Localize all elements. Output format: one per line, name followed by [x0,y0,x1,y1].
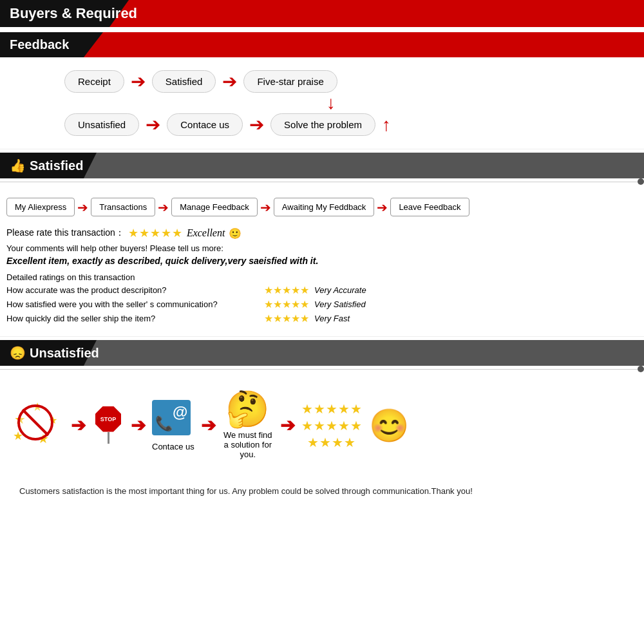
ratings-row-2: How satisfied were you with the seller' … [6,298,638,310]
stop-octagon: STOP [95,406,121,432]
unsatisfied-divider [0,366,644,372]
stars-row-2: ★★★★★ [301,418,363,433]
stars-row-1: ★★★★★ [301,401,363,417]
ratings-q1: How accurate was the product descripiton… [6,285,264,295]
nav-manage-feedback[interactable]: Manage Feedback [171,198,258,216]
flow-box-unsatisfied: Unsatisfied [64,113,139,136]
happy-smiley-icon: 😊 [369,407,409,444]
ratings-stars-3: ★★★★★ [264,312,309,325]
unsatisfied-arrow-1: ➔ [71,415,86,436]
rating-row: Please rate this transaction： ★★★★★ Exce… [6,226,638,240]
nav-arrow-2: ➔ [158,200,169,215]
question-person-icon: 🤔 [225,392,270,427]
phone-email-box: 📞 @ [152,400,191,435]
icons-flow: ★ ★ ★ ★ ★ ➔ STOP ➔ [13,385,631,466]
ratings-q2: How satisfied were you with the seller' … [6,299,264,309]
comment-text: Excellent item, exactly as described, qu… [6,256,638,266]
phone-icon-symbol: 📞 [155,415,173,432]
flow-box-receipt: Receipt [64,70,124,93]
sad-face-icon: 😞 [10,345,26,361]
arrow-right-4: ➔ [249,114,264,135]
flow-section: Receipt ➔ Satisfied ➔ Five-star praise ↓… [0,57,644,149]
main-header: Buyers & Required [0,0,644,27]
feedback-title: Feedback [10,37,69,52]
ratings-val-2: Very Satisfied [314,299,366,309]
arrow-right-3: ➔ [146,114,160,135]
unsatisfied-header: 😞 Unsatisfied [0,340,644,366]
thumbs-up-icon: 👍 [10,158,26,173]
solution-label: We must find a solution for you. [222,430,274,459]
ratings-table: Detailed ratings on this transaction How… [6,272,638,325]
excellent-text: Excellent [187,227,225,239]
unsatisfied-arrow-2: ➔ [131,415,146,436]
ratings-row-1: How accurate was the product descripiton… [6,284,638,296]
flow-box-solve: Solve the problem [270,113,375,136]
feedback-header: Feedback [0,32,644,57]
rating-stars: ★★★★★ [128,226,183,240]
ratings-stars-2: ★★★★★ [264,298,309,310]
nav-leave-feedback[interactable]: Leave Feedback [390,198,469,216]
nav-my-aliexpress[interactable]: My Aliexpress [6,198,75,216]
stop-sign-block: STOP [92,406,124,445]
at-symbol: @ [173,403,187,421]
no-star-icon: ★ ★ ★ ★ ★ [13,400,64,451]
arrow-up-1: ↑ [382,115,391,135]
unsatisfied-header-gray-bg [84,340,644,366]
nav-awaiting-feedback[interactable]: Awaiting My Feddback [274,198,375,216]
arrow-right-2: ➔ [222,71,237,92]
unsatisfied-arrow-3: ➔ [201,415,216,436]
no-sign-svg [16,403,55,442]
main-title: Buyers & Required [10,5,137,22]
ratings-stars-1: ★★★★★ [264,284,309,296]
stars-cluster-block: ★★★★★ ★★★★★ ★★★★ [301,401,363,450]
nav-transactions[interactable]: Transactions [91,198,155,216]
feedback-header-red-bg [84,32,644,57]
header-red-bg [109,0,644,27]
ratings-row-3: How quickly did the seller ship the item… [6,312,638,325]
unsatisfied-section: ★ ★ ★ ★ ★ ➔ STOP ➔ [0,375,644,515]
arrow-down-1: ↓ [82,94,580,112]
flow-box-five-star: Five-star praise [243,70,337,93]
nav-arrow-4: ➔ [377,200,388,215]
stop-pole [108,432,109,444]
satisfied-divider [0,178,644,185]
footer-text: Customers satisfaction is the most impor… [13,475,631,508]
contact-block: 📞 @ Contace us [152,400,194,451]
ratings-header-row: Detailed ratings on this transaction [6,272,638,282]
nav-flow: My Aliexpress ➔ Transactions ➔ Manage Fe… [6,198,638,216]
nav-arrow-3: ➔ [260,200,271,215]
rate-label: Please rate this transaction： [6,227,124,239]
unsatisfied-arrow-4: ➔ [280,415,295,436]
ratings-q3: How quickly did the seller ship the item… [6,314,264,323]
no-star-block: ★ ★ ★ ★ ★ [13,400,64,451]
satisfied-section: My Aliexpress ➔ Transactions ➔ Manage Fe… [0,188,644,337]
phone-email-icon: 📞 @ [152,400,194,439]
ratings-val-1: Very Accurate [314,285,366,295]
stars-cluster-icon: ★★★★★ ★★★★★ ★★★★ [301,401,363,450]
comment-prompt: Your comments will help other buyers! Pl… [6,243,638,253]
satisfied-header-gray-bg [84,153,644,178]
flow-box-contact: Contace us [167,113,243,136]
solution-block: 🤔 We must find a solution for you. [222,392,274,459]
nav-arrow-1: ➔ [77,200,88,215]
satisfied-header: 👍 Satisfied [0,153,644,178]
flow-bottom-row: Unsatisfied ➔ Contace us ➔ Solve the pro… [64,113,580,136]
detailed-label: Detailed ratings on this transaction [6,272,135,282]
flow-box-satisfied: Satisfied [152,70,216,93]
stop-sign-icon: STOP [92,406,124,445]
unsatisfied-title: 😞 Unsatisfied [10,345,99,361]
contact-label: Contace us [152,442,194,451]
happy-smiley-block: 😊 [369,407,409,444]
stars-row-3: ★★★★ [301,435,363,450]
smiley-icon: 🙂 [229,227,242,240]
satisfied-title: 👍 Satisfied [10,158,83,173]
flow-top-row: Receipt ➔ Satisfied ➔ Five-star praise [64,70,580,93]
arrow-right-1: ➔ [131,71,146,92]
ratings-val-3: Very Fast [314,314,350,323]
